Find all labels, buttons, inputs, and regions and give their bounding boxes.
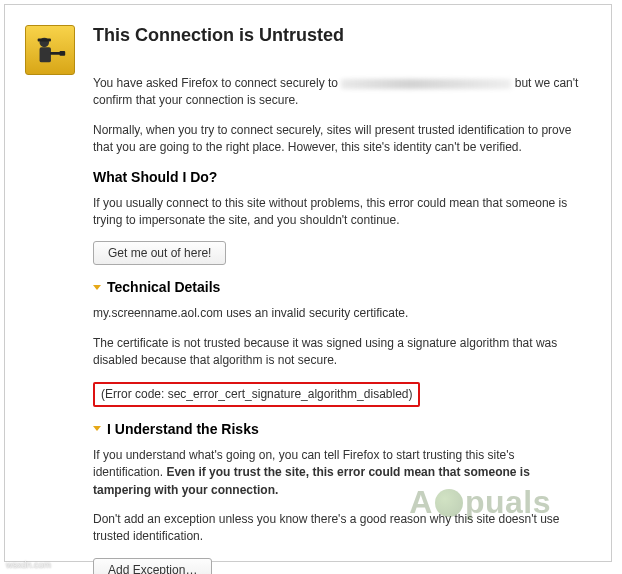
page-title: This Connection is Untrusted — [93, 25, 591, 46]
add-exception-button[interactable]: Add Exception… — [93, 558, 212, 574]
understand-risks-heading: I Understand the Risks — [107, 421, 259, 437]
technical-details-toggle[interactable]: Technical Details — [93, 279, 585, 295]
risks-para1: If you understand what's going on, you c… — [93, 447, 585, 499]
warning-officer-icon — [25, 25, 75, 75]
understand-risks-toggle[interactable]: I Understand the Risks — [93, 421, 585, 437]
redacted-hostname — [341, 79, 511, 89]
tech-line1: my.screenname.aol.com uses an invalid se… — [93, 305, 585, 322]
content-area: You have asked Firefox to connect secure… — [93, 75, 585, 574]
header-row: This Connection is Untrusted — [25, 25, 591, 75]
source-tag: wsxdn.com — [6, 560, 51, 570]
svg-rect-1 — [38, 39, 51, 42]
tech-line2: The certificate is not trusted because i… — [93, 335, 585, 370]
expand-triangle-icon — [93, 285, 101, 290]
untrusted-connection-panel: This Connection is Untrusted You have as… — [4, 4, 612, 562]
svg-rect-4 — [60, 51, 66, 56]
intro-text-a: You have asked Firefox to connect secure… — [93, 76, 341, 90]
risks-para2: Don't add an exception unless you know t… — [93, 511, 585, 546]
error-code-highlight: (Error code: sec_error_cert_signature_al… — [93, 382, 420, 407]
technical-details-heading: Technical Details — [107, 279, 220, 295]
explain-paragraph: Normally, when you try to connect secure… — [93, 122, 585, 157]
what-do-paragraph: If you usually connect to this site with… — [93, 195, 585, 230]
expand-triangle-icon — [93, 426, 101, 431]
intro-paragraph: You have asked Firefox to connect secure… — [93, 75, 585, 110]
what-should-i-do-heading: What Should I Do? — [93, 169, 585, 185]
svg-rect-2 — [40, 47, 51, 62]
get-me-out-button[interactable]: Get me out of here! — [93, 241, 226, 265]
error-code-line: (Error code: sec_error_cert_signature_al… — [93, 382, 585, 407]
